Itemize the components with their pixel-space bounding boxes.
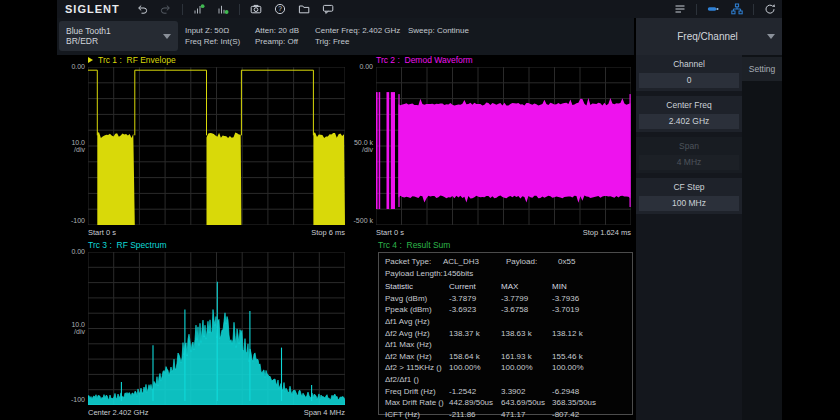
trc3-rf-spectrum-plot[interactable] (88, 252, 345, 405)
signal-up-icon[interactable] (192, 2, 206, 16)
table-row: Ppeak (dBm)-3.6923-3.6758-3.7019 (379, 304, 632, 316)
trc1-y-top: 0.00 (55, 63, 85, 70)
stat-value: 3.3902 (501, 386, 525, 398)
column-header: Current (449, 281, 476, 293)
stat-value: 100.00% (501, 362, 533, 374)
table-row: Max Drift Rate ()442.89/50us643.69/50us3… (379, 397, 632, 409)
stat-value: 471.17 (501, 409, 525, 420)
mode-standard: BR/EDR (66, 36, 163, 47)
control-label: Center Freq (636, 96, 742, 114)
table-row: Δf2/Δf1 () (379, 374, 632, 386)
control-label: Channel (636, 55, 742, 73)
trc3-x-center: Center 2.402 GHz (88, 408, 148, 417)
stat-name: Pavg (dBm) (385, 293, 427, 305)
signal-down-icon[interactable] (216, 2, 230, 16)
analyzer-screen: SIGLENT ? Blue Tooth1 BR/EDR Input Z: 50… (0, 0, 840, 420)
column-header: MAX (501, 281, 518, 293)
stat-value: 158.64 k (449, 351, 480, 363)
camera-icon[interactable] (249, 2, 263, 16)
table-row: Packet Type: ACL_DH3 Payload: 0x55 (379, 256, 632, 268)
settings-field: Atten: 20 dBPreamp: Off (255, 25, 299, 47)
trc3-y-mid: 10.0/div (55, 321, 85, 335)
trc1-y-mid: 10.0/div (55, 139, 85, 153)
reset-icon[interactable] (763, 2, 777, 16)
undo-icon[interactable] (135, 2, 149, 16)
stat-value: 643.69/50us (501, 397, 545, 409)
control-value[interactable]: 2.402 GHz (639, 114, 739, 129)
payload-label: Payload: (506, 256, 537, 268)
usb-icon[interactable] (706, 2, 720, 16)
settings-field: Sweep: Continue (408, 25, 469, 36)
trc2-demod-waveform-plot[interactable] (376, 67, 631, 225)
toolbar-separator (182, 4, 183, 15)
tab-setting[interactable]: Setting (742, 57, 782, 81)
toolbar-right-icons (668, 0, 782, 18)
packet-type-value: ACL_DH3 (443, 256, 479, 268)
stat-value: 138.37 k (449, 328, 480, 340)
svg-text:?: ? (278, 5, 282, 12)
trc1-title: Trc 1 : RF Envelope (88, 55, 176, 65)
menu-header-label: Freq/Channel (636, 31, 767, 42)
stat-name: Δf1 Avg (Hz) (385, 316, 430, 328)
stat-value: -211.86 (449, 409, 476, 420)
control-center-freq[interactable]: Center Freq2.402 GHz (636, 96, 742, 132)
table-row: Δf2 Max (Hz)158.64 k161.93 k155.46 k (379, 351, 632, 363)
stat-name: ICFT (Hz) (385, 409, 420, 420)
table-row: Δf1 Avg (Hz) (379, 316, 632, 328)
settings-field: Input Z: 50ΩFreq Ref: Int(S) (185, 25, 240, 47)
menu-icon[interactable] (673, 2, 687, 16)
folder-icon[interactable] (297, 2, 311, 16)
top-toolbar: SIGLENT ? (57, 0, 782, 18)
trc2-title: Trc 2 : Demod Waveform (376, 55, 473, 65)
control-value: 4 MHz (639, 155, 739, 170)
stat-value: 368.35/50us (552, 397, 596, 409)
table-row: ICFT (Hz)-211.86471.17-807.42 (379, 409, 632, 420)
lan-icon[interactable] (730, 2, 744, 16)
table-row: Δf2 Avg (Hz)138.37 k138.63 k138.12 k (379, 328, 632, 340)
stat-name: Δf2 Max (Hz) (385, 351, 432, 363)
trc2-y-bottom: -500 k (344, 217, 373, 224)
stat-value: -6.2948 (552, 386, 579, 398)
table-row: Δf1 Max (Hz) (379, 339, 632, 351)
stat-value: -807.42 (552, 409, 579, 420)
table-row: Payload Length: 1456bits (379, 268, 632, 280)
brand-logo: SIGLENT (65, 3, 120, 15)
control-value[interactable]: 0 (639, 73, 739, 88)
toolbar-separator (753, 4, 754, 15)
column-header: Statistic (385, 281, 413, 293)
panel-controls: Channel0Center Freq2.402 GHzSpan4 MHzCF … (636, 55, 742, 420)
trc3-x-span: Span 4 MHz (245, 408, 345, 417)
trc2-x-stop: Stop 1.624 ms (531, 228, 631, 237)
column-header: MIN (552, 281, 567, 293)
control-value[interactable]: 100 MHz (639, 196, 739, 211)
stat-value: 100.00% (552, 362, 584, 374)
control-cf-step[interactable]: CF Step100 MHz (636, 178, 742, 214)
trc3-title: Trc 3 : RF Spectrum (88, 240, 167, 250)
stat-value: 161.93 k (501, 351, 532, 363)
packet-type-label: Packet Type: (385, 256, 431, 268)
trc1-rf-envelope-plot[interactable] (88, 67, 345, 225)
help-icon[interactable]: ? (273, 2, 287, 16)
measure-mode-dropdown[interactable]: Blue Tooth1 BR/EDR (59, 21, 178, 51)
side-panel: Channel0Center Freq2.402 GHzSpan4 MHzCF … (636, 55, 782, 420)
stat-value: 138.12 k (552, 328, 583, 340)
payload-value: 0x55 (558, 256, 575, 268)
menu-header-dropdown[interactable]: Freq/Channel (636, 18, 782, 55)
table-row: Freq Drift (Hz)-1.25423.3902-6.2948 (379, 386, 632, 398)
control-channel[interactable]: Channel0 (636, 55, 742, 91)
control-span: Span4 MHz (636, 137, 742, 173)
stat-name: Ppeak (dBm) (385, 304, 432, 316)
trc4-title: Trc 4 : Result Sum (378, 240, 450, 250)
trc2-y-mid: 50.0 k/div (344, 139, 373, 153)
stat-value: 100.00% (449, 362, 481, 374)
toolbar-separator (239, 4, 240, 15)
payload-length-label: Payload Length: (385, 268, 443, 280)
setting-column: Setting (742, 55, 782, 420)
control-label: Span (636, 137, 742, 155)
stat-name: Δf1 Max (Hz) (385, 339, 432, 351)
chat-icon[interactable] (321, 2, 335, 16)
stat-name: Δf2 Avg (Hz) (385, 328, 430, 340)
redo-icon[interactable] (159, 2, 173, 16)
active-trace-marker-icon (88, 57, 93, 63)
payload-length-value: 1456bits (443, 268, 473, 280)
